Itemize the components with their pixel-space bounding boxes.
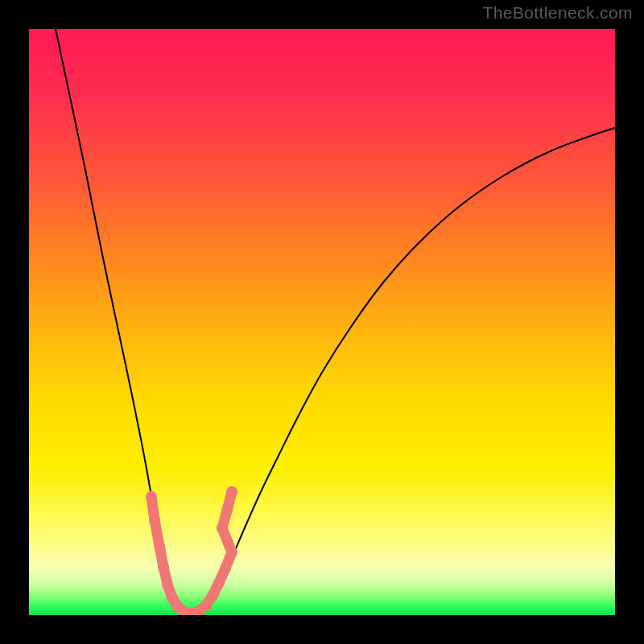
marker-dot: [213, 577, 225, 588]
marker-dot: [207, 590, 218, 601]
marker-dot: [220, 563, 231, 574]
marker-dot: [149, 514, 160, 526]
bottleneck-curve: [56, 29, 615, 613]
marker-dot: [200, 600, 212, 611]
near-optimum-markers: [146, 486, 237, 615]
marker-dot: [162, 579, 173, 590]
marker-dot: [158, 561, 169, 572]
marker-dot: [146, 491, 157, 502]
watermark-text: TheBottleneck.com: [482, 3, 633, 23]
marker-dot: [221, 505, 233, 516]
plot-area: [29, 29, 615, 615]
marker-dot: [154, 540, 165, 551]
bottleneck-chart: [29, 29, 615, 615]
marker-dot: [226, 486, 237, 497]
marker-dot: [217, 522, 228, 534]
chart-frame: TheBottleneck.com: [0, 0, 644, 644]
marker-dot: [226, 547, 237, 558]
